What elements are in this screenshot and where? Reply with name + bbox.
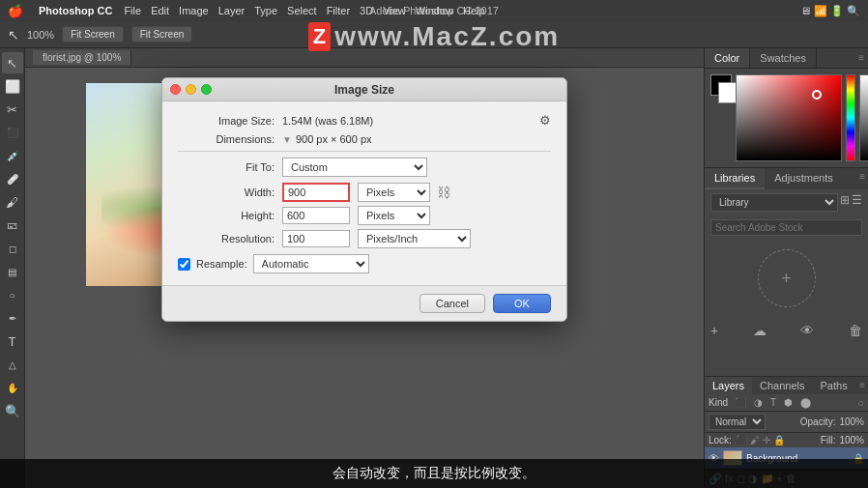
tool-text[interactable]: T bbox=[2, 330, 23, 352]
alpha-slider[interactable] bbox=[859, 74, 868, 161]
lock-position-icon[interactable]: ✛ bbox=[763, 435, 770, 445]
menu-image[interactable]: Image bbox=[179, 5, 209, 16]
layers-lock-row: Lock: ⬛ 🖌 ✛ 🔒 Fill: 100% bbox=[705, 433, 868, 447]
resolution-unit-select[interactable]: Pixels/Inch Pixels/Centimeter bbox=[358, 229, 471, 248]
layer-filter-smart[interactable]: ⬤ bbox=[797, 396, 814, 409]
menu-select[interactable]: Select bbox=[287, 5, 317, 16]
layer-filter-adjust[interactable]: ◑ bbox=[751, 396, 766, 409]
libraries-panel-menu[interactable]: ≡ bbox=[856, 168, 868, 189]
library-grid-icon[interactable]: ⊞ bbox=[840, 193, 850, 215]
libraries-content: Library ⊞ ☰ bbox=[705, 189, 868, 321]
library-eye-icon[interactable]: 👁 bbox=[800, 323, 814, 338]
cancel-button[interactable]: Cancel bbox=[420, 294, 485, 313]
color-gradient-picker[interactable] bbox=[736, 74, 842, 161]
tool-shape[interactable]: △ bbox=[2, 354, 23, 375]
fill-label: Fill: bbox=[821, 435, 836, 445]
opacity-value[interactable]: 100% bbox=[839, 416, 864, 427]
lock-all-icon[interactable]: 🔒 bbox=[773, 435, 785, 445]
tab-paths[interactable]: Paths bbox=[813, 377, 855, 394]
move-tool-icon: ↖ bbox=[8, 27, 19, 43]
tool-hand[interactable]: ✋ bbox=[2, 377, 23, 398]
tool-select[interactable]: ⬜ bbox=[2, 75, 23, 97]
tab-channels[interactable]: Channels bbox=[752, 377, 812, 394]
dialog-title: Image Size bbox=[334, 83, 394, 97]
width-input[interactable]: 900 bbox=[282, 183, 350, 202]
layer-filter-pixel[interactable]: ⬛ bbox=[732, 396, 749, 409]
color-panel-menu[interactable]: ≡ bbox=[854, 48, 868, 68]
height-input[interactable]: 600 bbox=[282, 207, 350, 224]
tab-adjustments[interactable]: Adjustments bbox=[765, 168, 843, 189]
resolution-input[interactable] bbox=[282, 230, 350, 247]
fill-value[interactable]: 100% bbox=[839, 435, 864, 445]
tool-pen[interactable]: ✒ bbox=[2, 307, 23, 329]
library-add-graphic[interactable] bbox=[758, 249, 816, 307]
subtitle-bar: 会自动改变，而且是按比例改变。 bbox=[0, 459, 868, 488]
minimize-button[interactable] bbox=[186, 84, 196, 95]
resample-checkbox[interactable] bbox=[178, 258, 190, 271]
libraries-toolbar: Library ⊞ ☰ bbox=[710, 193, 862, 215]
color-panel-tabs: Color Swatches ≡ bbox=[705, 48, 868, 69]
tool-eraser[interactable]: ◻ bbox=[2, 238, 23, 259]
zoom-display: 100% bbox=[27, 29, 54, 41]
tool-lasso[interactable]: ✂ bbox=[2, 99, 23, 120]
gear-icon[interactable]: ⚙ bbox=[539, 113, 551, 128]
tool-gradient[interactable]: ▤ bbox=[2, 261, 23, 282]
menu-file[interactable]: File bbox=[124, 5, 141, 16]
image-size-row: Image Size: 1.54M (was 6.18M) ⚙ bbox=[178, 113, 551, 128]
lock-label: Lock: bbox=[709, 435, 732, 445]
menubar: 🍎 Photoshop CC File Edit Image Layer Typ… bbox=[0, 0, 868, 21]
menu-type[interactable]: Type bbox=[254, 5, 277, 16]
close-button[interactable] bbox=[170, 84, 181, 95]
tool-move[interactable]: ↖ bbox=[2, 52, 23, 73]
menu-filter[interactable]: Filter bbox=[327, 5, 350, 16]
lock-pixel-icon[interactable]: 🖌 bbox=[750, 435, 760, 445]
canvas-content: Image Size Image Size: 1.54M (was 6.18M)… bbox=[25, 68, 704, 294]
tool-crop[interactable]: ⬛ bbox=[2, 122, 23, 143]
menu-edit[interactable]: Edit bbox=[151, 5, 169, 16]
layers-blend-row: Normal Opacity: 100% bbox=[705, 412, 868, 433]
tool-eyedropper[interactable]: 💉 bbox=[2, 145, 23, 166]
library-trash-icon[interactable]: 🗑 bbox=[849, 323, 862, 338]
tab-color[interactable]: Color bbox=[705, 48, 750, 68]
layer-filter-text[interactable]: T bbox=[767, 396, 779, 409]
tool-clone[interactable]: 🖃 bbox=[2, 215, 23, 236]
width-unit-select[interactable]: Pixels Percent Inches bbox=[358, 183, 430, 202]
tool-dodge[interactable]: ○ bbox=[2, 284, 23, 305]
ok-button[interactable]: OK bbox=[493, 294, 551, 313]
fit-screen-button[interactable]: Fit Screen bbox=[62, 26, 124, 43]
tool-zoom[interactable]: 🔍 bbox=[2, 400, 23, 421]
canvas-tab-image[interactable]: florist.jpg @ 100% bbox=[33, 50, 131, 65]
library-cloud-icon[interactable]: ☁ bbox=[753, 323, 767, 338]
foreground-background-swatches[interactable] bbox=[710, 74, 732, 105]
dimensions-label: Dimensions: bbox=[178, 133, 275, 145]
library-add-icon[interactable]: + bbox=[710, 323, 718, 338]
resample-select[interactable]: Automatic Preserve Details Bicubic Smoot… bbox=[253, 254, 369, 273]
maximize-button[interactable] bbox=[201, 84, 212, 95]
system-icons: 🖥 📶 🔋 🔍 bbox=[800, 5, 860, 17]
library-search-input[interactable] bbox=[710, 219, 862, 236]
dialog-titlebar: Image Size bbox=[162, 78, 566, 101]
height-unit-select[interactable]: Pixels Percent Inches bbox=[358, 206, 430, 225]
blend-mode-select[interactable]: Normal bbox=[709, 414, 766, 430]
hue-slider[interactable] bbox=[846, 74, 855, 161]
libraries-tabs: Libraries Adjustments ≡ bbox=[705, 168, 868, 189]
tool-brush[interactable]: 🖌 bbox=[2, 191, 23, 213]
image-size-dialog-overlay: Image Size Image Size: 1.54M (was 6.18M)… bbox=[25, 68, 704, 294]
layers-panel-menu[interactable]: ≡ bbox=[856, 377, 868, 394]
width-label: Width: bbox=[178, 187, 275, 198]
library-list-icon[interactable]: ☰ bbox=[852, 193, 862, 215]
library-select[interactable]: Library bbox=[710, 193, 838, 212]
tool-heal[interactable]: 🩹 bbox=[2, 168, 23, 189]
tab-layers[interactable]: Layers bbox=[705, 377, 752, 394]
menu-layer[interactable]: Layer bbox=[218, 5, 246, 16]
height-label: Height: bbox=[178, 210, 275, 221]
lock-transparent-icon[interactable]: ⬛ bbox=[736, 435, 747, 445]
layer-filter-shape[interactable]: ⬢ bbox=[781, 396, 796, 409]
tab-swatches[interactable]: Swatches bbox=[750, 48, 817, 68]
fit-screen2-button[interactable]: Fit Screen bbox=[131, 26, 193, 43]
tab-libraries[interactable]: Libraries bbox=[705, 168, 765, 189]
apple-menu[interactable]: 🍎 bbox=[8, 4, 23, 18]
fit-to-select[interactable]: Custom Original Size 4×6 5×7 8×10 bbox=[282, 158, 427, 177]
layer-filter-toggle[interactable]: ○ bbox=[857, 397, 864, 409]
chain-link-icon[interactable]: ⛓ bbox=[437, 185, 450, 200]
